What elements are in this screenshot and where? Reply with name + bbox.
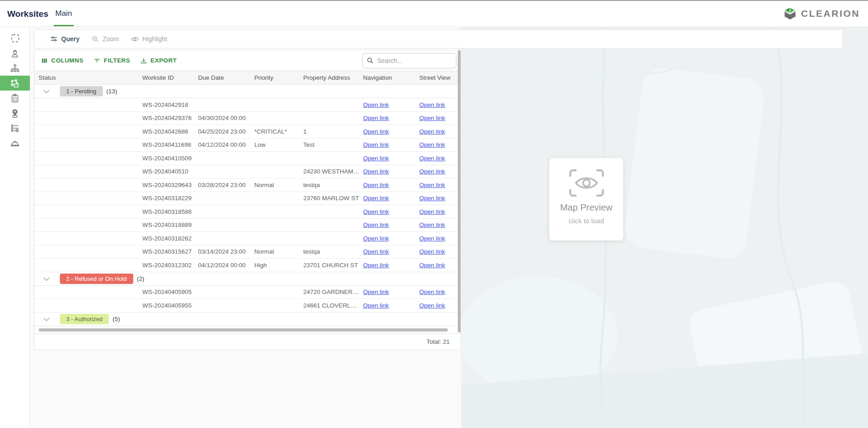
sidebar-item-forms[interactable] (0, 120, 30, 135)
street-view-open-link[interactable]: Open link (419, 289, 445, 295)
horizontal-scrollbar[interactable] (39, 328, 448, 332)
column-header-status[interactable]: Status (39, 74, 142, 81)
column-header-priority[interactable]: Priority (254, 74, 303, 81)
cell-street-view: Open link (419, 262, 461, 269)
navigation-open-link[interactable]: Open link (363, 289, 389, 295)
columns-button[interactable]: COLUMNS (41, 57, 83, 64)
table-row[interactable]: WS-2024041169804/12/2024 00:00LowTestOpe… (34, 139, 461, 152)
navigation-open-link[interactable]: Open link (363, 262, 389, 269)
table-row[interactable]: WS-2024032964303/28/2024 23:00Normaltest… (34, 178, 461, 192)
cell-street-view: Open link (419, 195, 461, 202)
street-view-open-link[interactable]: Open link (419, 128, 445, 135)
sidebar-item-checklist[interactable] (0, 91, 30, 106)
window-top-edge (0, 0, 868, 1)
cell-worksite-id: WS-20240411698 (142, 141, 198, 148)
navigation-open-link[interactable]: Open link (363, 128, 389, 135)
cell-street-view: Open link (419, 182, 461, 188)
map-area[interactable]: Map Preview click to load (461, 27, 868, 428)
sidebar-item-locations[interactable] (0, 106, 30, 120)
cell-worksite-id: WS-20240318262 (142, 235, 198, 242)
query-button[interactable]: Query (50, 35, 79, 43)
table-row[interactable]: WS-202404051024230 WESTHAMPT...Open link… (34, 165, 461, 179)
navigation-open-link[interactable]: Open link (363, 141, 389, 148)
export-button[interactable]: EXPORT (140, 57, 177, 64)
table-row[interactable]: WS-20240318889Open linkOpen link (34, 219, 461, 232)
navigation-open-link[interactable]: Open link (363, 101, 389, 108)
sidebar-item-workers[interactable] (0, 46, 30, 61)
table-row[interactable]: WS-2024031230204/12/2024 00:00High23701 … (34, 259, 461, 272)
highlight-button[interactable]: Highlight (131, 35, 167, 43)
group-row[interactable]: 2 - Refused or On Hold(2) (34, 272, 461, 286)
filters-button[interactable]: FILTERS (93, 57, 130, 64)
street-view-open-link[interactable]: Open link (419, 195, 445, 202)
cell-property-address: 24661 CLOVERLAW... (303, 302, 363, 309)
search-input[interactable] (362, 53, 456, 68)
column-header-worksite-id[interactable]: Worksite ID (142, 74, 198, 81)
cell-property-address: 23760 MARLOW ST (303, 195, 363, 202)
map-preview-card[interactable]: Map Preview click to load (549, 158, 623, 240)
cell-worksite-id: WS-20240312302 (142, 262, 198, 269)
street-view-open-link[interactable]: Open link (419, 101, 445, 108)
tab-main[interactable]: Main (53, 0, 74, 27)
sidebar-item-select-tool[interactable] (0, 31, 30, 46)
street-view-open-link[interactable]: Open link (419, 208, 445, 215)
table-row[interactable]: WS-2024031822923760 MARLOW STOpen linkOp… (34, 192, 461, 206)
chevron-down-icon[interactable] (44, 315, 49, 321)
navigation-open-link[interactable]: Open link (363, 221, 389, 228)
cell-street-view: Open link (419, 115, 461, 121)
table-header-row: Status Worksite ID Due Date Priority Pro… (34, 71, 461, 85)
table-row[interactable]: WS-2024042937604/30/2024 00:00Open linkO… (34, 112, 461, 125)
navigation-open-link[interactable]: Open link (363, 235, 389, 242)
navigation-open-link[interactable]: Open link (363, 168, 389, 175)
street-view-open-link[interactable]: Open link (419, 115, 445, 121)
sidebar-item-safety[interactable] (0, 135, 30, 150)
street-view-open-link[interactable]: Open link (419, 248, 445, 255)
cell-navigation: Open link (363, 195, 419, 202)
group-row[interactable]: 1 - Pending(13) (34, 85, 461, 98)
grid-toolbar: COLUMNS FILTERS EXPORT (34, 50, 461, 71)
cell-priority: Low (254, 141, 303, 148)
column-header-due-date[interactable]: Due Date (198, 74, 254, 81)
chevron-down-icon[interactable] (44, 275, 49, 281)
table-row[interactable]: WS-2024042918Open linkOpen link (34, 98, 461, 112)
street-view-open-link[interactable]: Open link (419, 235, 445, 242)
cell-worksite-id: WS-20240318229 (142, 195, 198, 202)
table-row[interactable]: WS-20240318262Open linkOpen link (34, 232, 461, 245)
navigation-open-link[interactable]: Open link (363, 115, 389, 121)
table-row[interactable]: WS-2024040595524661 CLOVERLAW...Open lin… (34, 299, 461, 313)
street-view-open-link[interactable]: Open link (419, 262, 445, 269)
column-header-navigation[interactable]: Navigation (363, 74, 419, 81)
street-view-open-link[interactable]: Open link (419, 155, 445, 162)
street-view-open-link[interactable]: Open link (419, 141, 445, 148)
street-view-open-link[interactable]: Open link (419, 302, 445, 309)
table-row[interactable]: WS-20240410509Open linkOpen link (34, 152, 461, 165)
street-view-open-link[interactable]: Open link (419, 182, 445, 188)
navigation-open-link[interactable]: Open link (363, 195, 389, 202)
hardhat-icon (10, 138, 20, 149)
street-view-open-link[interactable]: Open link (419, 221, 445, 228)
navigation-open-link[interactable]: Open link (363, 155, 389, 162)
cell-navigation: Open link (363, 101, 419, 108)
sidebar-item-hierarchy[interactable] (0, 61, 30, 76)
cell-street-view: Open link (419, 208, 461, 215)
table-row[interactable]: WS-202404268604/25/2024 23:00*CRITICAL*1… (34, 125, 461, 139)
column-header-street-view[interactable]: Street View (419, 74, 461, 81)
navigation-open-link[interactable]: Open link (363, 248, 389, 255)
sidebar-item-worksites[interactable] (0, 76, 30, 91)
street-view-open-link[interactable]: Open link (419, 168, 445, 175)
table-row[interactable]: WS-2024031562703/14/2024 23:00Normaltest… (34, 245, 461, 259)
total-count-label: Total: 21 (427, 338, 450, 345)
navigation-open-link[interactable]: Open link (363, 182, 389, 188)
vertical-scrollbar[interactable] (458, 50, 461, 332)
cell-navigation: Open link (363, 141, 419, 148)
cell-navigation: Open link (363, 155, 419, 162)
navigation-open-link[interactable]: Open link (363, 302, 389, 309)
table-row[interactable]: WS-20240318588Open linkOpen link (34, 205, 461, 219)
columns-button-label: COLUMNS (51, 57, 83, 64)
zoom-button[interactable]: Zoom (91, 35, 119, 43)
group-row[interactable]: 3 - Authorized(5) (34, 313, 461, 326)
table-row[interactable]: WS-2024040590524720 GARDNER STOpen linkO… (34, 286, 461, 299)
column-header-property-address[interactable]: Property Address (303, 74, 363, 81)
navigation-open-link[interactable]: Open link (363, 208, 389, 215)
chevron-down-icon[interactable] (44, 87, 49, 93)
